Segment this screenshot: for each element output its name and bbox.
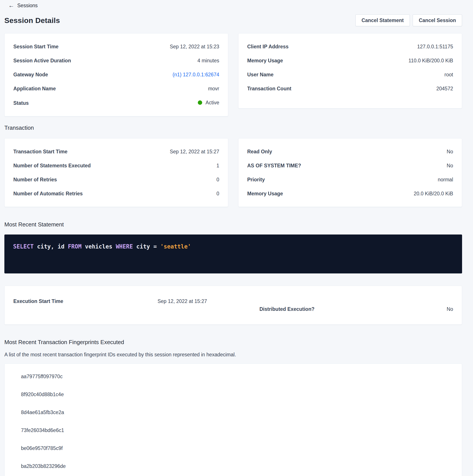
row-client-ip-address: Client IP Address 127.0.0.1:51175 [247, 44, 453, 50]
execution-summary-card: Execution Start Time Sep 12, 2022 at 15:… [4, 286, 462, 325]
fingerprint-item: 73fe26034bd6e6c1 [15, 427, 452, 433]
sql-keyword: SELECT [13, 243, 37, 250]
gateway-node-link[interactable]: (n1) 127.0.0.1:62674 [172, 71, 219, 78]
transaction-section: Transaction Start Time Sep 12, 2022 at 1… [4, 138, 462, 207]
row-label: Session Active Duration [13, 58, 78, 64]
row-value: 20.0 KiB/20.0 KiB [414, 190, 453, 197]
row-statements-executed: Number of Statements Executed 1 [13, 163, 219, 169]
row-label: Number of Statements Executed [13, 163, 97, 169]
row-value: 110.0 KiB/200.0 KiB [408, 58, 453, 64]
row-label: User Name [247, 71, 280, 78]
cancel-session-button[interactable]: Cancel Session [413, 15, 462, 26]
row-label: Read Only [247, 149, 279, 155]
row-label: Memory Usage [247, 190, 290, 197]
row-value: 127.0.0.1:51175 [417, 44, 453, 50]
row-value: No [447, 163, 453, 169]
fingerprint-item: aa79775ff097970c [15, 374, 452, 379]
cancel-statement-button[interactable]: Cancel Statement [355, 15, 410, 26]
fingerprints-section-heading: Most Recent Transaction Fingerprints Exe… [4, 338, 462, 346]
row-transaction-start-time: Transaction Start Time Sep 12, 2022 at 1… [13, 149, 219, 155]
fingerprint-item: 8f920c40d88b1c4e [15, 391, 452, 397]
row-value: No [447, 306, 453, 312]
row-value: 0 [216, 177, 219, 183]
row-label: AS OF SYSTEM TIME? [247, 163, 308, 169]
session-summary-card-right: Client IP Address 127.0.0.1:51175 Memory… [238, 33, 462, 108]
transaction-card-left: Transaction Start Time Sep 12, 2022 at 1… [4, 138, 228, 207]
row-session-start-time: Session Start Time Sep 12, 2022 at 15:23 [13, 44, 219, 50]
sql-string-literal: 'seattle' [160, 243, 191, 250]
row-distributed-execution: Distributed Execution? No [260, 306, 453, 312]
row-label: Client IP Address [247, 44, 295, 50]
row-gateway-node: Gateway Node (n1) 127.0.0.1:62674 [13, 71, 219, 78]
status-text: Active [205, 100, 219, 106]
row-transaction-count: Transaction Count 204572 [247, 85, 453, 92]
row-value: normal [438, 177, 453, 183]
session-summary-card-left: Session Start Time Sep 12, 2022 at 15:23… [4, 33, 228, 116]
breadcrumb-label: Sessions [17, 3, 38, 9]
row-user-name: User Name root [247, 71, 453, 78]
sql-keyword: WHERE [116, 243, 136, 250]
row-application-name: Application Name movr [13, 85, 219, 92]
session-summary-section: Session Start Time Sep 12, 2022 at 15:23… [4, 33, 462, 116]
row-session-active-duration: Session Active Duration 4 minutes [13, 58, 219, 64]
row-value: root [444, 71, 453, 78]
statement-section-heading: Most Recent Statement [4, 221, 462, 228]
row-label: Status [13, 100, 35, 106]
row-value: Sep 12, 2022 at 15:27 [170, 149, 219, 155]
row-priority: Priority normal [247, 177, 453, 183]
row-as-of-system-time: AS OF SYSTEM TIME? No [247, 163, 453, 169]
sql-text: city = [136, 243, 161, 250]
fingerprints-card: aa79775ff097970c 8f920c40d88b1c4e 8d4ae6… [4, 364, 462, 476]
session-details-page: ← Sessions Session Details Cancel Statem… [0, 0, 473, 476]
row-label: Number of Retries [13, 177, 63, 183]
row-txn-memory-usage: Memory Usage 20.0 KiB/20.0 KiB [247, 190, 453, 197]
page-header: Session Details Cancel Statement Cancel … [4, 15, 462, 26]
status-badge: Active [198, 100, 219, 106]
fingerprint-item: be06e9570f785c9f [15, 445, 452, 451]
row-value: 4 minutes [197, 58, 219, 64]
transaction-section-heading: Transaction [4, 124, 462, 132]
row-status: Status Active [13, 100, 219, 106]
row-memory-usage: Memory Usage 110.0 KiB/200.0 KiB [247, 58, 453, 64]
sql-text: vehicles [85, 243, 116, 250]
header-actions: Cancel Statement Cancel Session [355, 15, 462, 26]
row-value: No [447, 149, 453, 155]
arrow-left-icon: ← [8, 3, 14, 9]
page-title: Session Details [4, 16, 60, 25]
fingerprint-item: 8d4ae61a5fb3ce2a [15, 409, 452, 415]
transaction-card-right: Read Only No AS OF SYSTEM TIME? No Prior… [238, 138, 462, 207]
status-active-dot-icon [198, 101, 202, 105]
row-value: Sep 12, 2022 at 15:27 [158, 298, 207, 304]
row-label: Number of Automatic Retries [13, 190, 89, 197]
row-automatic-retries: Number of Automatic Retries 0 [13, 190, 219, 197]
row-label: Memory Usage [247, 58, 290, 64]
row-execution-start-time: Execution Start Time Sep 12, 2022 at 15:… [13, 298, 207, 312]
sql-text: city, id [37, 243, 68, 250]
row-label: Execution Start Time [13, 298, 70, 304]
row-label: Distributed Execution? [260, 306, 321, 312]
row-value: 1 [216, 163, 219, 169]
row-label: Gateway Node [13, 71, 55, 78]
row-value: 0 [216, 190, 219, 197]
row-value: 204572 [436, 85, 453, 92]
sql-keyword: FROM [68, 243, 85, 250]
row-label: Transaction Start Time [13, 149, 74, 155]
row-read-only: Read Only No [247, 149, 453, 155]
row-value: movr [208, 85, 219, 92]
row-value: Sep 12, 2022 at 15:23 [170, 44, 219, 50]
row-label: Application Name [13, 85, 62, 92]
row-label: Transaction Count [247, 85, 298, 92]
fingerprint-item: ba2b203b823296de [15, 463, 452, 469]
row-label: Priority [247, 177, 272, 183]
breadcrumb-back-sessions[interactable]: ← Sessions [8, 2, 38, 9]
fingerprints-description: A list of the most recent transaction fi… [4, 351, 462, 358]
row-number-of-retries: Number of Retries 0 [13, 177, 219, 183]
sql-statement-box: SELECT city, id FROM vehicles WHERE city… [4, 235, 462, 273]
row-label: Session Start Time [13, 44, 65, 50]
